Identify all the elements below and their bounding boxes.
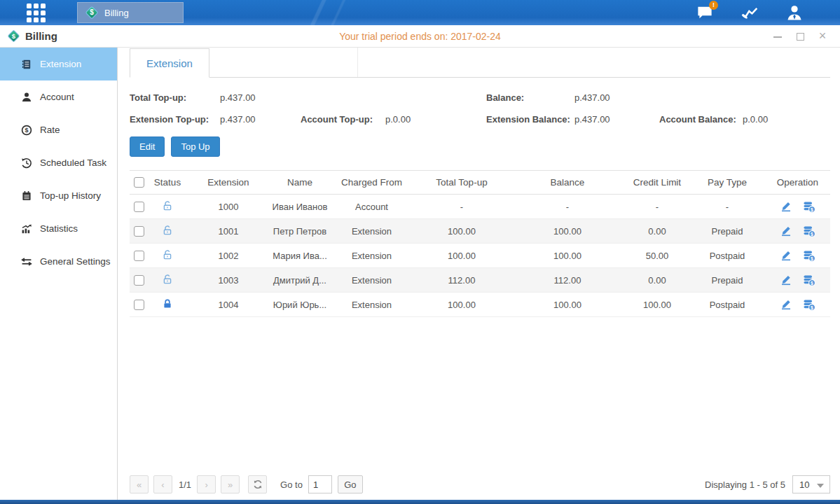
summary-label: Total Top-up: bbox=[130, 92, 220, 103]
tab-strip-spacer bbox=[209, 48, 358, 77]
sidebar-item-account[interactable]: Account bbox=[0, 80, 117, 113]
locked-icon bbox=[162, 298, 173, 312]
top-up-row-icon[interactable]: $ bbox=[803, 225, 815, 237]
extension-number: 1003 bbox=[187, 275, 270, 286]
balance-summary: Total Top-up: p.437.00 Balance: p.437.00… bbox=[130, 87, 830, 130]
messages-icon[interactable]: ! bbox=[696, 4, 714, 21]
minimize-button[interactable] bbox=[773, 31, 783, 41]
extension-name: Юрий Юрь... bbox=[270, 300, 330, 310]
sidebar-item-topup-history[interactable]: Top-up History bbox=[0, 179, 117, 212]
main-panel: Extension Total Top-up: p.437.00 Balance… bbox=[118, 48, 840, 500]
sidebar: Extension Account $ Rate Scheduled Task bbox=[0, 48, 118, 500]
top-up-row-icon[interactable]: $ bbox=[803, 299, 815, 311]
row-checkbox[interactable] bbox=[134, 300, 144, 310]
sidebar-item-rate[interactable]: $ Rate bbox=[0, 113, 117, 146]
column-header: Extension bbox=[187, 177, 270, 188]
goto-label: Go to bbox=[280, 479, 303, 490]
extension-name: Дмитрий Д... bbox=[270, 275, 330, 286]
edit-row-icon[interactable] bbox=[780, 250, 792, 261]
select-all-checkbox[interactable] bbox=[134, 177, 144, 188]
page-size-value: 10 bbox=[799, 479, 809, 490]
sidebar-item-general-settings[interactable]: General Settings bbox=[0, 245, 117, 278]
total-topup: 100.00 bbox=[413, 251, 510, 261]
summary-value: p.437.00 bbox=[574, 114, 659, 125]
column-header: Balance bbox=[510, 177, 625, 188]
svg-text:$: $ bbox=[811, 304, 813, 310]
top-up-row-icon[interactable]: $ bbox=[803, 250, 815, 262]
sidebar-item-label: Scheduled Task bbox=[40, 158, 106, 168]
sidebar-item-label: Top-up History bbox=[40, 190, 101, 201]
maximize-button[interactable] bbox=[795, 31, 805, 41]
extension-number: 1004 bbox=[187, 300, 270, 310]
unlocked-icon bbox=[162, 249, 173, 262]
account-icon[interactable] bbox=[785, 4, 804, 21]
pagination-bar: « ‹ 1/1 › » Go to Go Displaying 1 - 5 of… bbox=[130, 475, 830, 493]
notification-badge: ! bbox=[709, 1, 718, 10]
top-up-row-icon[interactable]: $ bbox=[803, 201, 815, 213]
edit-row-icon[interactable] bbox=[780, 274, 792, 286]
next-page-button[interactable]: › bbox=[197, 475, 216, 493]
first-page-button[interactable]: « bbox=[130, 475, 149, 493]
trial-notice: Your trial period ends on: 2017-02-24 bbox=[0, 31, 840, 42]
top-up-row-icon[interactable]: $ bbox=[803, 274, 815, 286]
edit-row-icon[interactable] bbox=[780, 299, 792, 310]
pay-type: Postpaid bbox=[689, 251, 765, 261]
tab-extension[interactable]: Extension bbox=[130, 48, 209, 78]
row-checkbox[interactable] bbox=[134, 226, 144, 237]
user-icon bbox=[21, 92, 32, 103]
go-button[interactable]: Go bbox=[338, 475, 363, 493]
tab-strip: Extension bbox=[130, 48, 830, 78]
charged-from: Extension bbox=[330, 226, 413, 237]
table-row[interactable]: 1004 Юрий Юрь... Extension 100.00 100.00… bbox=[130, 293, 830, 317]
edit-row-icon[interactable] bbox=[780, 201, 792, 212]
window-bottom-edge bbox=[0, 500, 840, 504]
edit-button[interactable]: Edit bbox=[130, 136, 165, 157]
unlocked-icon bbox=[162, 274, 173, 287]
summary-label: Extension Top-up: bbox=[130, 114, 220, 125]
table-row[interactable]: 1002 Мария Ива... Extension 100.00 100.0… bbox=[130, 244, 830, 268]
history-clock-icon bbox=[21, 158, 32, 169]
row-checkbox[interactable] bbox=[134, 202, 144, 212]
table-row[interactable]: 1000 Иван Иванов Account - - - - $ bbox=[130, 195, 830, 219]
sidebar-item-scheduled-task[interactable]: Scheduled Task bbox=[0, 146, 117, 179]
charged-from: Account bbox=[330, 202, 413, 212]
credit-limit: 0.00 bbox=[625, 275, 689, 286]
svg-text:$: $ bbox=[811, 280, 813, 286]
refresh-icon bbox=[253, 479, 263, 489]
close-button[interactable]: × bbox=[818, 31, 827, 41]
svg-text:$: $ bbox=[811, 231, 813, 237]
summary-value: p.437.00 bbox=[574, 92, 659, 103]
sidebar-item-extension[interactable]: Extension bbox=[0, 48, 117, 80]
sidebar-item-statistics[interactable]: Statistics bbox=[0, 212, 117, 245]
svg-text:$: $ bbox=[25, 127, 28, 134]
column-header: Operation bbox=[765, 177, 830, 188]
refresh-button[interactable] bbox=[248, 475, 267, 493]
total-topup: - bbox=[413, 202, 510, 212]
column-header: Pay Type bbox=[689, 177, 765, 188]
goto-page-input[interactable] bbox=[308, 475, 332, 493]
pay-type: - bbox=[689, 202, 765, 212]
row-checkbox[interactable] bbox=[134, 251, 144, 261]
pay-type: Prepaid bbox=[689, 226, 765, 237]
sidebar-item-label: Account bbox=[40, 92, 74, 102]
top-up-button[interactable]: Top Up bbox=[171, 136, 219, 157]
page-size-dropdown[interactable]: 10 bbox=[792, 475, 830, 493]
edit-row-icon[interactable] bbox=[780, 225, 792, 237]
prev-page-button[interactable]: ‹ bbox=[153, 475, 172, 493]
resource-monitor-icon[interactable] bbox=[741, 4, 759, 21]
app-launcher-grid-icon[interactable] bbox=[24, 2, 48, 23]
column-header: Total Top-up bbox=[413, 177, 510, 188]
sidebar-item-label: Rate bbox=[40, 125, 60, 135]
last-page-button[interactable]: » bbox=[221, 475, 240, 493]
row-checkbox[interactable] bbox=[134, 275, 144, 286]
billing-window-icon: $ bbox=[7, 29, 20, 43]
titlebar: $ Billing Your trial period ends on: 201… bbox=[0, 25, 840, 48]
balance: 100.00 bbox=[510, 300, 625, 310]
summary-label: Extension Balance: bbox=[486, 114, 574, 125]
table-row[interactable]: 1003 Дмитрий Д... Extension 112.00 112.0… bbox=[130, 268, 830, 293]
taskbar-tab-billing[interactable]: $ Billing bbox=[77, 2, 184, 23]
sliders-icon bbox=[21, 256, 32, 267]
taskbar-status-icons: ! bbox=[696, 4, 804, 21]
table-row[interactable]: 1001 Петр Петров Extension 100.00 100.00… bbox=[130, 219, 830, 244]
charged-from: Extension bbox=[330, 251, 413, 261]
